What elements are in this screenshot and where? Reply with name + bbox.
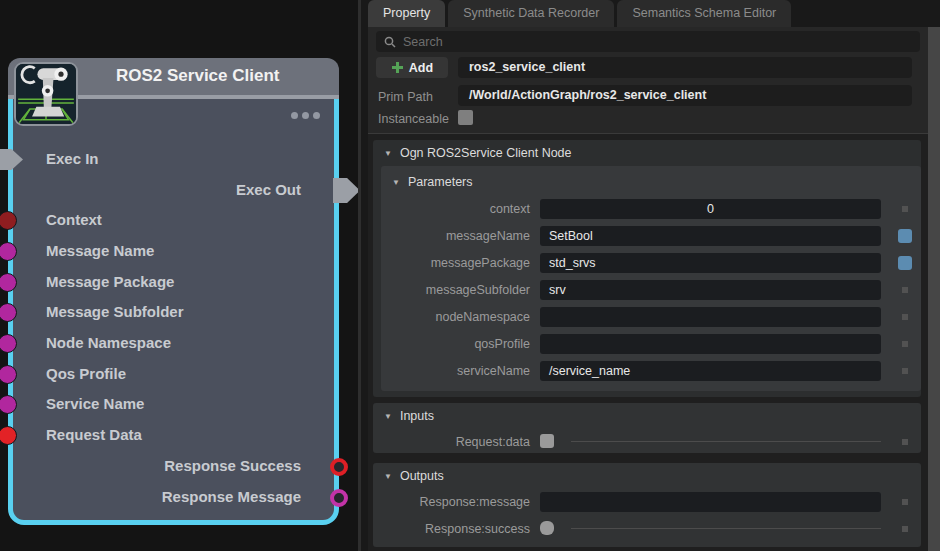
search-icon: [384, 36, 396, 48]
node-port-message-package[interactable]: Message Package: [13, 272, 334, 294]
response-message-pin-icon[interactable]: [330, 489, 348, 507]
node-port-message-name[interactable]: Message Name: [13, 241, 334, 263]
tab-semantics-schema-editor[interactable]: Semantics Schema Editor: [617, 0, 791, 27]
node-port-response-success[interactable]: Response Success: [13, 456, 334, 478]
param-row-message-package: messagePackage std_srvs: [381, 250, 921, 277]
node-port-response-message[interactable]: Response Message: [13, 487, 334, 509]
ros2-service-client-node[interactable]: ROS2 Service Client: [8, 58, 339, 525]
modified-value-square-icon[interactable]: [898, 256, 912, 270]
prim-path-field[interactable]: /World/ActionGraph/ros2_service_client: [458, 85, 912, 106]
node-namespace-pin-icon[interactable]: [0, 334, 17, 353]
panel-gap: [361, 0, 368, 551]
section-parameters-header[interactable]: ▼Parameters: [381, 166, 921, 196]
default-value-square-icon[interactable]: [902, 341, 908, 347]
default-value-square-icon[interactable]: [902, 439, 908, 445]
collapse-triangle-icon[interactable]: ▼: [384, 464, 392, 490]
response-success-checkbox[interactable]: [540, 521, 554, 535]
node-title: ROS2 Service Client: [116, 66, 279, 86]
context-field[interactable]: 0: [540, 199, 881, 219]
section-outputs-header[interactable]: ▼Outputs: [373, 463, 921, 489]
node-menu-icon[interactable]: [291, 112, 320, 119]
search-input[interactable]: Search: [376, 31, 920, 52]
app-window: ROS2 Service Client: [0, 0, 940, 551]
node-port-context[interactable]: Context: [13, 210, 334, 232]
input-row-request-data: Request:data: [373, 429, 921, 456]
message-name-field[interactable]: SetBool: [540, 226, 881, 246]
message-subfolder-pin-icon[interactable]: [0, 303, 17, 322]
tab-synthetic-data-recorder[interactable]: Synthetic Data Recorder: [448, 0, 614, 27]
default-value-square-icon[interactable]: [902, 314, 908, 320]
node-namespace-field[interactable]: [540, 307, 881, 327]
context-pin-icon[interactable]: [0, 211, 17, 230]
plus-icon: [391, 61, 404, 74]
section-inputs: ▼Inputs Request:data: [373, 403, 921, 453]
property-panel: Property Synthetic Data Recorder Semanti…: [368, 0, 940, 551]
param-row-context: context 0: [381, 196, 921, 223]
message-package-field[interactable]: std_srvs: [540, 253, 881, 273]
service-name-pin-icon[interactable]: [0, 395, 17, 414]
default-value-square-icon[interactable]: [902, 499, 908, 505]
property-sections: ▼Ogn ROS2Service Client Node ▼Parameters…: [368, 134, 940, 551]
node-port-exec-out[interactable]: Exec Out: [13, 180, 334, 202]
exec-out-label: Exec Out: [236, 181, 301, 198]
param-row-service-name: serviceName /service_name: [381, 358, 921, 385]
prim-name-field[interactable]: ros2_service_client: [458, 57, 912, 78]
section-inputs-header[interactable]: ▼Inputs: [373, 403, 921, 429]
output-row-response-success: Response:success: [373, 516, 921, 543]
search-placeholder: Search: [403, 35, 443, 49]
node-port-node-namespace[interactable]: Node Namespace: [13, 333, 334, 355]
value-line: [571, 528, 881, 529]
modified-value-square-icon[interactable]: [898, 229, 912, 243]
panel-scrollbar[interactable]: [928, 27, 940, 551]
request-data-checkbox[interactable]: [540, 434, 554, 448]
add-button[interactable]: Add: [376, 57, 448, 78]
action-graph-canvas[interactable]: ROS2 Service Client: [0, 0, 363, 551]
response-message-field[interactable]: [540, 492, 881, 512]
node-port-qos-profile[interactable]: Qos Profile: [13, 364, 334, 386]
default-value-square-icon[interactable]: [902, 287, 908, 293]
instanceable-label: Instanceable: [378, 112, 449, 126]
message-subfolder-field[interactable]: srv: [540, 280, 881, 300]
param-row-qos-profile: qosProfile: [381, 331, 921, 358]
collapse-triangle-icon[interactable]: ▼: [384, 404, 392, 430]
collapse-triangle-icon[interactable]: ▼: [392, 167, 400, 199]
panel-tab-bar: Property Synthetic Data Recorder Semanti…: [368, 0, 940, 27]
message-name-pin-icon[interactable]: [0, 242, 17, 261]
default-value-square-icon[interactable]: [902, 206, 908, 212]
qos-profile-pin-icon[interactable]: [0, 365, 17, 384]
response-success-pin-icon[interactable]: [330, 458, 348, 476]
section-parameters: ▼Parameters context 0 messageName SetBoo…: [381, 166, 921, 391]
robot-arm-icon: [14, 62, 78, 126]
node-port-request-data[interactable]: Request Data: [13, 425, 334, 447]
output-row-response-message: Response:message: [373, 489, 921, 516]
param-row-node-namespace: nodeNamespace: [381, 304, 921, 331]
collapse-triangle-icon[interactable]: ▼: [384, 141, 392, 167]
section-ogn-node: ▼Ogn ROS2Service Client Node ▼Parameters…: [373, 140, 921, 397]
default-value-square-icon[interactable]: [902, 368, 908, 374]
default-value-square-icon[interactable]: [902, 526, 908, 532]
service-name-field[interactable]: /service_name: [540, 361, 881, 381]
node-port-message-subfolder[interactable]: Message Subfolder: [13, 302, 334, 324]
node-port-exec-in[interactable]: Exec In: [13, 149, 334, 171]
exec-in-pin-icon[interactable]: [0, 149, 23, 170]
param-row-message-name: messageName SetBool: [381, 223, 921, 250]
section-outputs: ▼Outputs Response:message Response:succe…: [373, 463, 921, 547]
exec-out-pin-icon[interactable]: [333, 178, 360, 203]
node-port-service-name[interactable]: Service Name: [13, 394, 334, 416]
instanceable-checkbox[interactable]: [458, 110, 473, 125]
param-row-message-subfolder: messageSubfolder srv: [381, 277, 921, 304]
value-line: [571, 441, 881, 442]
tab-property[interactable]: Property: [368, 0, 445, 27]
section-ogn-node-header[interactable]: ▼Ogn ROS2Service Client Node: [373, 140, 921, 166]
message-package-pin-icon[interactable]: [0, 273, 17, 292]
prim-path-label: Prim Path: [378, 90, 433, 104]
qos-profile-field[interactable]: [540, 334, 881, 354]
request-data-pin-icon[interactable]: [0, 426, 17, 445]
exec-in-label: Exec In: [46, 150, 99, 167]
